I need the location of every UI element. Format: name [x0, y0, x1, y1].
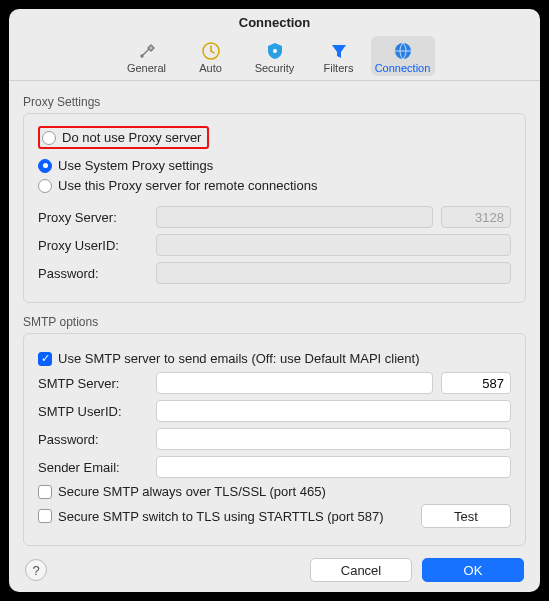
check-secure-465[interactable] — [38, 485, 52, 499]
general-icon — [115, 40, 179, 62]
svg-point-0 — [141, 55, 143, 57]
radio-proxy-custom[interactable] — [38, 179, 52, 193]
proxy-group: Do not use Proxy server Use System Proxy… — [23, 113, 526, 303]
shield-icon — [243, 40, 307, 62]
funnel-icon — [307, 40, 371, 62]
smtp-group-label: SMTP options — [23, 315, 526, 329]
smtp-password-input[interactable] — [156, 428, 511, 450]
footer: ? Cancel OK — [9, 558, 540, 582]
tab-general-label: General — [115, 62, 179, 74]
toolbar: General Auto Security Filters Connection — [9, 36, 540, 80]
check-secure-587[interactable] — [38, 509, 52, 523]
tab-auto-label: Auto — [179, 62, 243, 74]
proxy-userid-input[interactable] — [156, 234, 511, 256]
smtp-userid-label: SMTP UserID: — [38, 404, 156, 419]
proxy-userid-label: Proxy UserID: — [38, 238, 156, 253]
content-area: Proxy Settings Do not use Proxy server U… — [9, 81, 540, 546]
radio-proxy-system[interactable] — [38, 159, 52, 173]
smtp-sender-input[interactable] — [156, 456, 511, 478]
tab-auto[interactable]: Auto — [179, 36, 243, 76]
globe-icon — [371, 40, 435, 62]
tab-security[interactable]: Security — [243, 36, 307, 76]
radio-proxy-custom-label: Use this Proxy server for remote connect… — [58, 178, 317, 193]
tab-connection[interactable]: Connection — [371, 36, 435, 76]
radio-proxy-none-label: Do not use Proxy server — [62, 130, 201, 145]
tab-general[interactable]: General — [115, 36, 179, 76]
proxy-server-label: Proxy Server: — [38, 210, 156, 225]
proxy-password-label: Password: — [38, 266, 156, 281]
tab-connection-label: Connection — [371, 62, 435, 74]
check-use-smtp[interactable] — [38, 352, 52, 366]
proxy-password-input[interactable] — [156, 262, 511, 284]
help-button[interactable]: ? — [25, 559, 47, 581]
check-use-smtp-label: Use SMTP server to send emails (Off: use… — [58, 351, 419, 366]
smtp-sender-label: Sender Email: — [38, 460, 156, 475]
smtp-group: Use SMTP server to send emails (Off: use… — [23, 333, 526, 546]
proxy-server-input[interactable] — [156, 206, 433, 228]
clock-icon — [179, 40, 243, 62]
highlight-box: Do not use Proxy server — [38, 126, 209, 149]
smtp-server-input[interactable] — [156, 372, 433, 394]
proxy-port-input[interactable] — [441, 206, 511, 228]
proxy-group-label: Proxy Settings — [23, 95, 526, 109]
radio-proxy-none[interactable] — [42, 131, 56, 145]
tab-filters[interactable]: Filters — [307, 36, 371, 76]
preferences-window: Connection General Auto Security Filters — [9, 9, 540, 592]
cancel-button[interactable]: Cancel — [310, 558, 412, 582]
radio-proxy-system-label: Use System Proxy settings — [58, 158, 213, 173]
tab-security-label: Security — [243, 62, 307, 74]
check-secure-465-label: Secure SMTP always over TLS/SSL (port 46… — [58, 484, 326, 499]
ok-button[interactable]: OK — [422, 558, 524, 582]
window-title: Connection — [9, 9, 540, 30]
smtp-server-label: SMTP Server: — [38, 376, 156, 391]
smtp-password-label: Password: — [38, 432, 156, 447]
check-secure-587-label: Secure SMTP switch to TLS using STARTTLS… — [58, 509, 395, 524]
svg-point-2 — [273, 49, 277, 53]
tab-filters-label: Filters — [307, 62, 371, 74]
smtp-userid-input[interactable] — [156, 400, 511, 422]
smtp-port-input[interactable] — [441, 372, 511, 394]
test-button[interactable]: Test — [421, 504, 511, 528]
